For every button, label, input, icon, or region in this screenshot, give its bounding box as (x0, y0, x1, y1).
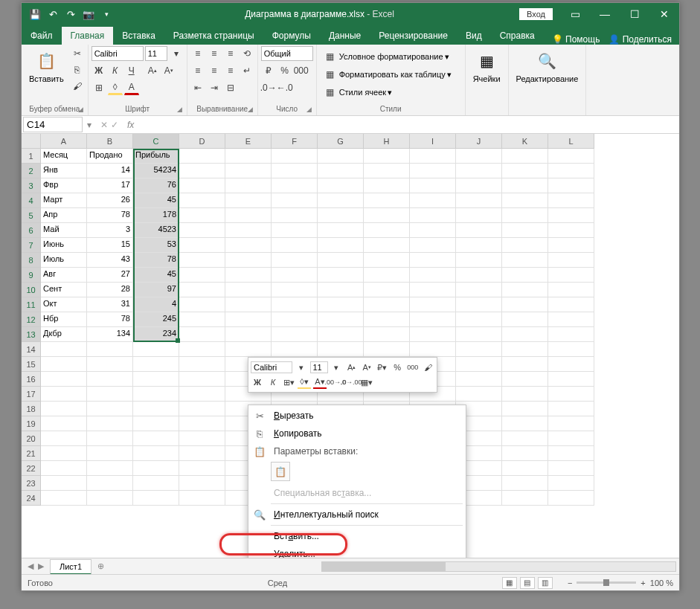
cell[interactable] (410, 312, 456, 327)
cell[interactable]: Авг (41, 268, 87, 283)
cell[interactable] (41, 461, 87, 476)
row-header-14[interactable]: 14 (22, 342, 41, 357)
cell[interactable] (364, 327, 410, 342)
cell[interactable] (179, 178, 225, 193)
view-page-layout-icon[interactable]: ▤ (520, 577, 535, 589)
cell[interactable] (410, 164, 456, 178)
cell[interactable] (502, 327, 548, 342)
cell[interactable] (502, 416, 548, 431)
cell[interactable] (272, 208, 318, 223)
cell[interactable]: 17 (87, 178, 133, 193)
cell[interactable] (179, 431, 225, 446)
cell[interactable] (41, 446, 87, 461)
cell[interactable] (548, 297, 594, 312)
mini-font-combo[interactable] (251, 361, 292, 373)
shrink-font-icon[interactable]: ▾ (169, 46, 184, 61)
tab-insert[interactable]: Вставка (113, 27, 164, 45)
cell[interactable]: 78 (87, 208, 133, 223)
close-icon[interactable]: ✕ (649, 3, 679, 25)
cell[interactable] (456, 223, 502, 238)
cell[interactable] (179, 387, 225, 402)
cell[interactable] (364, 342, 410, 357)
cell[interactable] (364, 253, 410, 268)
cell[interactable] (548, 149, 594, 164)
cell[interactable] (179, 238, 225, 253)
tab-home[interactable]: Главная (62, 27, 114, 45)
cell[interactable] (456, 283, 502, 297)
cell[interactable] (41, 402, 87, 416)
cell[interactable] (318, 208, 364, 223)
menu-smart-lookup[interactable]: 🔍Интеллектуальный поиск (248, 506, 466, 523)
cell[interactable] (548, 387, 594, 402)
cell[interactable] (133, 416, 179, 431)
cell[interactable] (272, 253, 318, 268)
cell[interactable]: 45 (133, 193, 179, 208)
name-box-dropdown[interactable]: ▾ (84, 120, 94, 130)
zoom-level[interactable]: 100 % (650, 579, 673, 587)
cell[interactable] (133, 372, 179, 387)
cell[interactable]: 14 (87, 164, 133, 178)
column-header-H[interactable]: H (364, 134, 410, 149)
cell[interactable]: 4523 (133, 223, 179, 238)
save-icon[interactable]: 💾 (29, 8, 41, 20)
cell[interactable] (502, 357, 548, 372)
tab-data[interactable]: Данные (320, 27, 370, 45)
cell[interactable] (456, 253, 502, 268)
cell[interactable] (318, 253, 364, 268)
cell[interactable] (548, 461, 594, 476)
cell[interactable] (364, 238, 410, 253)
cell[interactable] (364, 223, 410, 238)
cell[interactable] (548, 178, 594, 193)
add-sheet-button[interactable]: ⊕ (91, 561, 110, 571)
mini-fill-color-icon[interactable]: ◊▾ (298, 376, 311, 389)
cell[interactable] (225, 283, 272, 297)
cell[interactable] (456, 164, 502, 178)
cell[interactable] (41, 342, 87, 357)
row-header-3[interactable]: 3 (22, 178, 41, 193)
column-header-G[interactable]: G (318, 134, 364, 149)
cell[interactable] (179, 372, 225, 387)
mini-cond-format-icon[interactable]: ▦▾ (360, 376, 373, 389)
cell[interactable] (179, 461, 225, 476)
cell[interactable]: 45 (133, 268, 179, 283)
cell[interactable] (548, 342, 594, 357)
cell[interactable] (133, 491, 179, 506)
cell[interactable] (456, 357, 502, 372)
cell[interactable] (225, 327, 272, 342)
row-header-23[interactable]: 23 (22, 476, 41, 491)
cell[interactable] (364, 283, 410, 297)
font-color-icon[interactable]: A (124, 80, 139, 95)
cell[interactable] (87, 461, 133, 476)
ribbon-display-icon[interactable]: ▭ (560, 3, 590, 25)
percent-icon[interactable]: % (277, 63, 292, 78)
cell[interactable] (225, 268, 272, 283)
cell[interactable]: 53 (133, 238, 179, 253)
row-header-20[interactable]: 20 (22, 431, 41, 446)
row-header-4[interactable]: 4 (22, 193, 41, 208)
borders-icon[interactable]: ⊞ (91, 80, 106, 95)
align-top-icon[interactable]: ≡ (190, 46, 205, 61)
cell[interactable]: 78 (87, 312, 133, 327)
cell[interactable] (502, 164, 548, 178)
row-header-11[interactable]: 11 (22, 297, 41, 312)
cell[interactable] (318, 342, 364, 357)
cancel-formula-icon[interactable]: ✕ (100, 120, 108, 130)
row-header-16[interactable]: 16 (22, 372, 41, 387)
tab-file[interactable]: Файл (22, 27, 62, 45)
cell[interactable] (456, 297, 502, 312)
cell[interactable] (179, 193, 225, 208)
alignment-launcher[interactable]: ◢ (248, 106, 253, 113)
cell[interactable] (456, 372, 502, 387)
mini-size-dd[interactable]: ▾ (330, 361, 344, 374)
cell[interactable] (548, 372, 594, 387)
format-as-table-button[interactable]: ▦Форматировать как таблицу ▾ (323, 67, 452, 82)
cell[interactable] (41, 357, 87, 372)
cell[interactable] (410, 223, 456, 238)
cell[interactable]: Продано (87, 149, 133, 164)
cell[interactable] (272, 268, 318, 283)
cell[interactable]: 43 (87, 253, 133, 268)
select-all-corner[interactable] (22, 134, 41, 149)
number-format-combo[interactable] (261, 46, 313, 61)
cell[interactable] (456, 342, 502, 357)
cell[interactable] (133, 461, 179, 476)
